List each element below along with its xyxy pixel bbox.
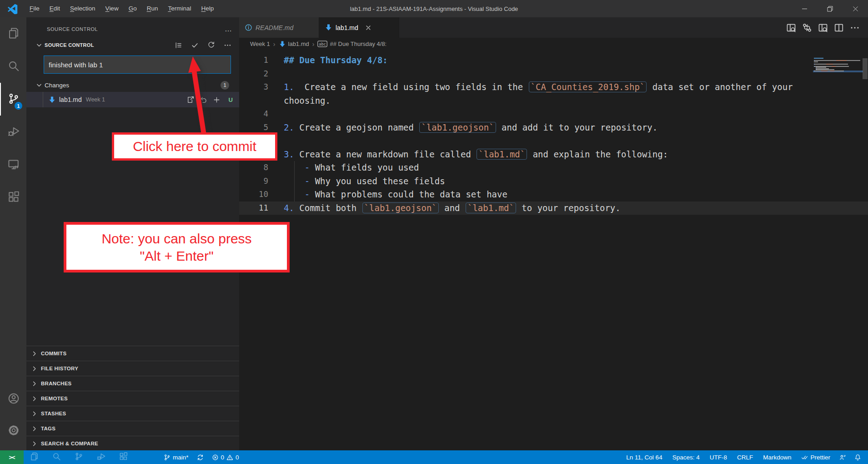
vscode-logo-icon — [7, 3, 18, 14]
editor-line-11[interactable]: 114. Commit both `lab1.geojson` and `lab… — [239, 202, 868, 215]
code-token: Why you used these fields — [310, 176, 445, 186]
changes-count-badge: 1 — [221, 81, 229, 90]
commit-check-button[interactable] — [189, 40, 201, 50]
menu-view[interactable]: View — [100, 0, 124, 17]
split-editor-icon[interactable] — [834, 23, 844, 33]
branch-status-item[interactable]: main* — [160, 450, 193, 464]
source-control-section-header[interactable]: SOURCE CONTROL — [26, 38, 239, 52]
activity-source-control[interactable]: 1 — [0, 83, 26, 116]
compare-changes-icon[interactable] — [802, 23, 812, 33]
minimap[interactable] — [814, 58, 862, 71]
activity-run-debug[interactable] — [0, 116, 26, 148]
breadcrumb-item[interactable]: Week 1 — [250, 40, 270, 47]
menu-go[interactable]: Go — [124, 0, 142, 17]
notifications-item[interactable] — [850, 450, 865, 464]
editor-line-1[interactable]: 1## Due Thursday 4/8: — [239, 54, 868, 67]
section-stashes[interactable]: STASHES — [26, 406, 239, 421]
line-content: choosing. — [268, 94, 331, 108]
menu-file[interactable]: File — [25, 0, 45, 17]
indent-guide — [294, 161, 295, 175]
breadcrumb-item[interactable]: lab1.md — [279, 40, 309, 48]
language-mode-item[interactable]: Markdown — [758, 450, 796, 464]
panel-more-actions-icon[interactable]: … — [225, 27, 233, 31]
minimize-button[interactable] — [792, 0, 817, 17]
refresh-icon — [207, 41, 215, 49]
activity-account[interactable] — [0, 383, 26, 415]
section-branches[interactable]: BRANCHES — [26, 376, 239, 391]
editor-line-3[interactable]: 31. Create a new field using two fields … — [239, 81, 868, 94]
menu-terminal[interactable]: Terminal — [163, 0, 196, 17]
refresh-button[interactable] — [205, 40, 217, 50]
editor-line-4[interactable]: 4 — [239, 107, 868, 121]
activity-extensions[interactable] — [0, 181, 26, 214]
formatter-item[interactable]: Prettier — [796, 450, 835, 464]
menu-selection[interactable]: Selection — [65, 0, 100, 17]
editor-line-2[interactable]: 2 — [239, 67, 868, 81]
line-content: - What problems could the data set have — [268, 188, 507, 202]
indentation-item[interactable]: Spaces: 4 — [667, 450, 705, 464]
activity-remote-explorer[interactable] — [0, 148, 26, 181]
eol-item[interactable]: CRLF — [732, 450, 758, 464]
more-actions-button[interactable] — [221, 40, 233, 50]
status-bar: >< main* 0 0 Ln 11, Col 64 Spaces: 4 UTF… — [0, 450, 868, 464]
breadcrumb-item[interactable]: abc## Due Thursday 4/8: — [317, 40, 386, 47]
activity-bar-top: 1 — [0, 17, 26, 214]
breadcrumb[interactable]: Week 1›lab1.md›abc## Due Thursday 4/8: — [239, 38, 868, 50]
changes-section-header[interactable]: Changes 1 — [26, 78, 239, 92]
warning-icon — [226, 454, 233, 461]
tab-lab1.md[interactable]: lab1.md — [319, 17, 399, 38]
line-content: 1. Create a new field using two fields i… — [268, 81, 793, 94]
run-debug-icon — [8, 126, 20, 139]
open-preview-side-icon[interactable] — [818, 23, 828, 33]
activity-files[interactable] — [0, 17, 26, 50]
problems-status-item[interactable]: 0 0 — [208, 450, 243, 464]
sync-status-item[interactable] — [193, 450, 208, 464]
open-file-icon[interactable] — [186, 96, 194, 104]
stage-plus-icon[interactable] — [213, 96, 221, 104]
close-tab-icon[interactable] — [365, 24, 372, 31]
commit-message-input[interactable] — [44, 55, 231, 74]
code-token: What problems could the data set have — [310, 189, 507, 199]
language-value: Markdown — [763, 454, 791, 461]
menu-edit[interactable]: Edit — [45, 0, 65, 17]
cursor-position-item[interactable]: Ln 11, Col 64 — [621, 450, 667, 464]
section-tags[interactable]: TAGS — [26, 421, 239, 436]
activity-settings[interactable] — [0, 415, 26, 447]
changed-file-row[interactable]: lab1.mdWeek 1U — [26, 92, 239, 107]
section-commits[interactable]: COMMITS — [26, 346, 239, 361]
editor-line-9[interactable]: 9 - Why you used these fields — [239, 175, 868, 188]
editor-content[interactable]: 1## Due Thursday 4/8:231. Create a new f… — [239, 50, 868, 450]
editor-line-5[interactable]: 52. Create a geojson named `lab1.geojson… — [239, 121, 868, 135]
close-window-button[interactable] — [843, 0, 868, 17]
editor-scrollbar[interactable] — [862, 50, 868, 450]
view-as-list-button[interactable] — [172, 40, 184, 50]
more-actions-icon — [224, 41, 231, 49]
scrollbar-thumb[interactable] — [863, 58, 868, 79]
feedback-item[interactable] — [835, 450, 850, 464]
editor-line-10[interactable]: 10 - What problems could the data set ha… — [239, 188, 868, 202]
chevron-down-icon — [35, 41, 43, 49]
menu-help[interactable]: Help — [196, 0, 219, 17]
open-preview-icon[interactable] — [786, 23, 796, 33]
section-remotes[interactable]: REMOTES — [26, 391, 239, 406]
files-icon — [8, 27, 20, 40]
editor-line-7[interactable]: 73. Create a new markdown file called `l… — [239, 148, 868, 161]
editor-line-6[interactable]: 6 — [239, 134, 868, 148]
line-content — [268, 67, 284, 81]
git-branch-icon — [164, 454, 171, 461]
inline-code: `lab1.geojson` — [419, 122, 496, 133]
activity-search[interactable] — [0, 50, 26, 83]
restore-button[interactable] — [817, 0, 843, 17]
more-actions-icon[interactable] — [850, 23, 860, 33]
discard-icon[interactable] — [200, 96, 207, 104]
section-search-compare[interactable]: SEARCH & COMPARE — [26, 436, 239, 451]
section-file-history[interactable]: FILE HISTORY — [26, 361, 239, 376]
code-token: Create a geojson named — [294, 122, 419, 132]
editor-line-8[interactable]: 8 - What fields you used — [239, 161, 868, 175]
tab-readme.md[interactable]: README.md — [239, 17, 319, 38]
menu-run[interactable]: Run — [142, 0, 163, 17]
remote-indicator[interactable]: >< — [0, 450, 24, 464]
editor-line-wrap[interactable]: choosing. — [239, 94, 868, 108]
encoding-item[interactable]: UTF-8 — [705, 450, 732, 464]
file-actions: U — [186, 96, 233, 104]
